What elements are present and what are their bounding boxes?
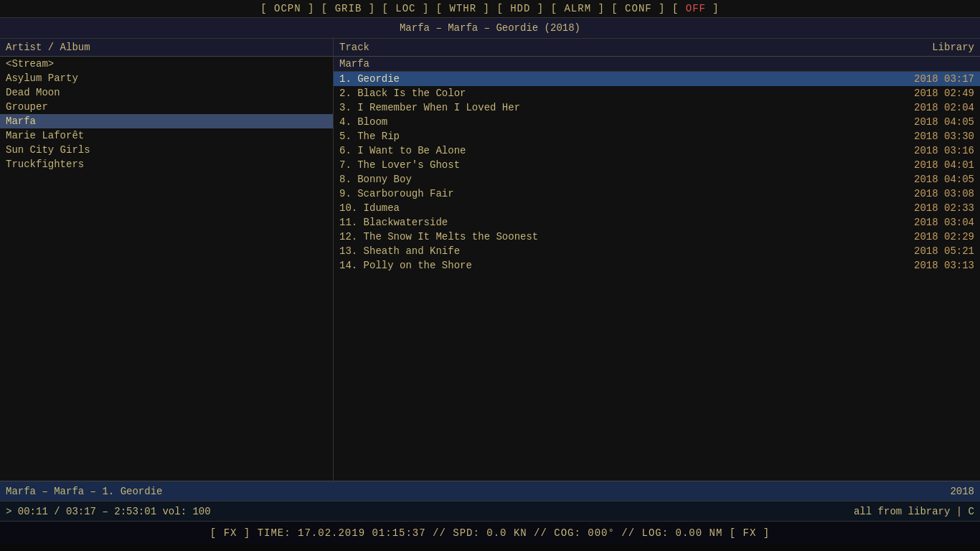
track-title: 4. Bloom — [339, 116, 914, 128]
track-meta: 2018 02:29 — [914, 231, 974, 242]
track-title: 2. Black Is the Color — [339, 88, 914, 99]
nav-off[interactable]: OFF — [686, 3, 706, 14]
track-title: 5. The Rip — [339, 131, 914, 142]
track-meta: 2018 02:04 — [914, 102, 974, 113]
track-title: 14. Polly on the Shore — [339, 260, 914, 271]
track-item[interactable]: 3. I Remember When I Loved Her2018 02:04 — [334, 100, 980, 115]
artist-item[interactable]: <Stream> — [0, 57, 333, 71]
now-playing-year: 2018 — [950, 486, 974, 497]
track-item[interactable]: 9. Scarborough Fair2018 03:08 — [334, 187, 980, 201]
track-item[interactable]: 7. The Lover's Ghost2018 04:01 — [334, 158, 980, 172]
track-meta: 2018 04:05 — [914, 174, 974, 185]
track-artist-label: Marfa — [334, 57, 980, 72]
nav-loc[interactable]: LOC — [395, 3, 415, 14]
track-title: 6. I Want to Be Alone — [339, 145, 914, 156]
track-meta: 2018 03:17 — [914, 73, 974, 85]
nav-ocpn[interactable]: OCPN — [274, 3, 301, 14]
nav-grib[interactable]: GRIB — [335, 3, 362, 14]
artist-item[interactable]: Sun City Girls — [0, 143, 333, 157]
playback-bar: > 00:11 / 03:17 – 2:53:01 vol: 100 all f… — [0, 501, 980, 521]
artist-item[interactable]: Truckfighters — [0, 157, 333, 171]
now-playing-title: Marfa – Marfa – Geordie (2018) — [400, 22, 580, 34]
artist-item[interactable]: Marie Laforêt — [0, 128, 333, 143]
title-bar: Marfa – Marfa – Geordie (2018) — [0, 18, 980, 39]
artist-item[interactable]: Marfa — [0, 114, 333, 128]
track-meta: 2018 02:49 — [914, 88, 974, 99]
track-meta: 2018 03:08 — [914, 188, 974, 199]
track-meta: 2018 04:01 — [914, 159, 974, 171]
track-header: Track Library — [334, 39, 980, 57]
nav-wthr[interactable]: WTHR — [450, 3, 477, 14]
track-title: 13. Sheath and Knife — [339, 245, 914, 257]
footer-bar: [ FX ] TIME: 17.02.2019 01:15:37 // SPD:… — [0, 521, 980, 544]
artist-panel: Artist / Album <Stream>Asylum PartyDead … — [0, 39, 334, 481]
library-info: all from library | C — [854, 506, 974, 517]
main-content: Artist / Album <Stream>Asylum PartyDead … — [0, 39, 980, 481]
track-title: 1. Geordie — [339, 73, 914, 85]
track-item[interactable]: 12. The Snow It Melts the Soonest2018 02… — [334, 230, 980, 244]
track-title: 11. Blackwaterside — [339, 217, 914, 228]
track-item[interactable]: 13. Sheath and Knife2018 05:21 — [334, 244, 980, 258]
artist-header: Artist / Album — [0, 39, 333, 57]
track-title: 10. Idumea — [339, 202, 914, 214]
track-title: 3. I Remember When I Loved Her — [339, 102, 914, 113]
nav-alrm[interactable]: ALRM — [564, 3, 591, 14]
track-meta: 2018 03:13 — [914, 260, 974, 271]
track-item[interactable]: 6. I Want to Be Alone2018 03:16 — [334, 143, 980, 158]
artist-list: <Stream>Asylum PartyDead MoonGrouperMarf… — [0, 57, 333, 171]
track-item[interactable]: 5. The Rip2018 03:30 — [334, 129, 980, 143]
footer-text: [ FX ] TIME: 17.02.2019 01:15:37 // SPD:… — [210, 527, 770, 539]
track-title: 12. The Snow It Melts the Soonest — [339, 231, 914, 242]
track-header-label: Track — [339, 42, 369, 53]
artist-item[interactable]: Dead Moon — [0, 85, 333, 100]
library-header-label: Library — [932, 42, 974, 53]
track-item[interactable]: 4. Bloom2018 04:05 — [334, 115, 980, 129]
track-item[interactable]: 14. Polly on the Shore2018 03:13 — [334, 258, 980, 273]
artist-item[interactable]: Grouper — [0, 100, 333, 114]
track-item[interactable]: 8. Bonny Boy2018 04:05 — [334, 172, 980, 187]
nav-hdd[interactable]: HDD — [510, 3, 530, 14]
track-item[interactable]: 11. Blackwaterside2018 03:04 — [334, 215, 980, 230]
track-panel: Track Library Marfa 1. Geordie2018 03:17… — [334, 39, 980, 481]
track-list: 1. Geordie2018 03:172. Black Is the Colo… — [334, 72, 980, 273]
nav-conf[interactable]: CONF — [625, 3, 652, 14]
track-meta: 2018 03:16 — [914, 145, 974, 156]
playback-progress: > 00:11 / 03:17 – 2:53:01 vol: 100 — [6, 506, 211, 517]
track-meta: 2018 02:33 — [914, 202, 974, 214]
track-title: 7. The Lover's Ghost — [339, 159, 914, 171]
track-title: 8. Bonny Boy — [339, 174, 914, 185]
top-nav: [ OCPN ] [ GRIB ] [ LOC ] [ WTHR ] [ HDD… — [0, 0, 980, 18]
track-item[interactable]: 10. Idumea2018 02:33 — [334, 201, 980, 215]
track-meta: 2018 05:21 — [914, 245, 974, 257]
track-meta: 2018 03:30 — [914, 131, 974, 142]
track-title: 9. Scarborough Fair — [339, 188, 914, 199]
now-playing-status: Marfa – Marfa – 1. Geordie 2018 — [0, 481, 980, 501]
track-meta: 2018 03:04 — [914, 217, 974, 228]
track-item[interactable]: 2. Black Is the Color2018 02:49 — [334, 86, 980, 100]
artist-item[interactable]: Asylum Party — [0, 71, 333, 85]
track-item[interactable]: 1. Geordie2018 03:17 — [334, 72, 980, 86]
track-meta: 2018 04:05 — [914, 116, 974, 128]
now-playing-label: Marfa – Marfa – 1. Geordie — [6, 486, 162, 497]
